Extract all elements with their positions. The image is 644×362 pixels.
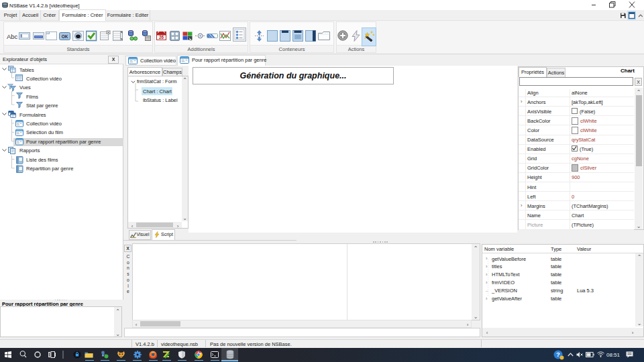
svg-text:26: 26 xyxy=(159,35,164,40)
svg-text:OK: OK xyxy=(62,34,68,39)
svg-text:?: ? xyxy=(556,351,560,358)
